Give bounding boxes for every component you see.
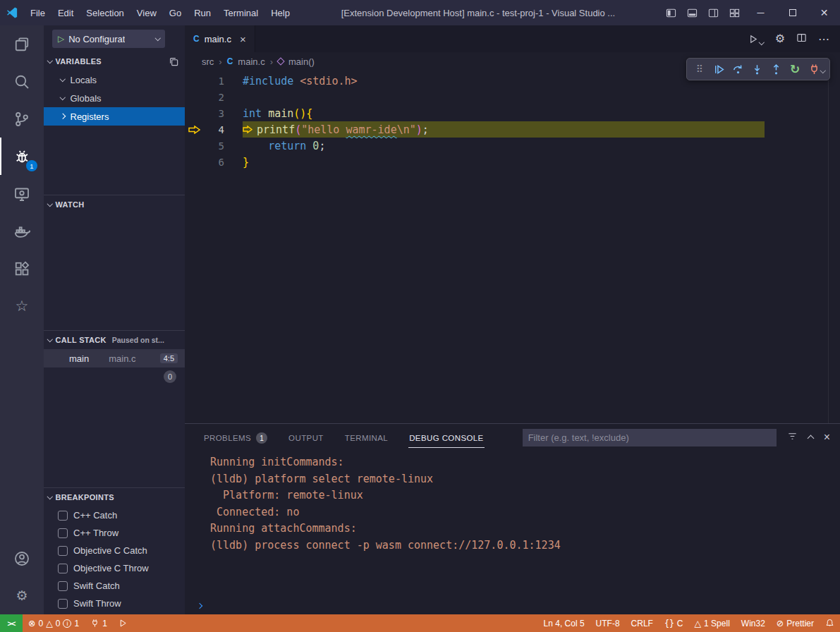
activity-source-control[interactable]: [0, 100, 44, 138]
toggle-sidebar-icon[interactable]: [660, 0, 681, 25]
breakpoint-checkbox[interactable]: [58, 546, 68, 556]
activity-remote-explorer[interactable]: [0, 175, 44, 212]
breadcrumb-file[interactable]: Cmain.c: [227, 56, 265, 67]
menu-file[interactable]: File: [24, 0, 51, 25]
maximize-panel-icon[interactable]: [807, 435, 814, 442]
breakpoint-item[interactable]: Objective C Catch: [44, 542, 185, 559]
debug-current-line-icon[interactable]: [185, 126, 203, 134]
close-panel-icon[interactable]: ×: [824, 431, 830, 444]
panel-tab-output[interactable]: OUTPUT: [288, 427, 324, 448]
debug-status-indicator[interactable]: [113, 614, 133, 632]
code-editor[interactable]: 1#include <stdio.h>23int main(){4printf(…: [185, 71, 840, 423]
customize-layout-icon[interactable]: [724, 0, 745, 25]
toggle-secondary-sidebar-icon[interactable]: [702, 0, 724, 25]
settings-gear-icon[interactable]: ⚙: [0, 577, 44, 614]
breakpoint-item[interactable]: Swift Catch: [44, 577, 185, 595]
minimize-button[interactable]: ─: [745, 0, 777, 25]
debug-console-output[interactable]: Running initCommands:(lldb) platform sel…: [185, 451, 840, 597]
ports-indicator[interactable]: 1: [85, 614, 113, 632]
call-stack-header[interactable]: CALL STACK Paused on st...: [44, 331, 185, 349]
language-mode[interactable]: {} C: [659, 614, 689, 632]
account-icon[interactable]: [0, 540, 44, 577]
breakpoint-item[interactable]: C++ Catch: [44, 506, 185, 524]
step-into-button[interactable]: [748, 59, 767, 79]
more-actions-icon[interactable]: ⋯: [818, 32, 830, 46]
code-line-2[interactable]: 2: [185, 89, 840, 105]
activity-extensions[interactable]: [0, 250, 44, 287]
variables-header[interactable]: VARIABLES: [44, 52, 185, 71]
menu-selection[interactable]: Selection: [80, 0, 130, 25]
code-token: [293, 75, 300, 87]
watch-header[interactable]: WATCH: [44, 195, 185, 214]
breakpoints-header[interactable]: BREAKPOINTS: [44, 488, 185, 506]
collapse-all-icon[interactable]: [169, 56, 179, 67]
activity-docker[interactable]: [0, 212, 44, 250]
breadcrumb-src[interactable]: src: [202, 56, 214, 67]
code-token: [262, 107, 268, 120]
encoding-indicator[interactable]: UTF-8: [590, 614, 626, 632]
editor-settings-icon[interactable]: ⚙: [775, 33, 785, 44]
panel-tab-debug-console[interactable]: DEBUG CONSOLE: [408, 427, 485, 448]
warning-icon: △: [46, 618, 53, 628]
menu-run[interactable]: Run: [188, 0, 217, 25]
platform-indicator[interactable]: Win32: [736, 614, 771, 632]
inline-breakpoint-icon[interactable]: [243, 126, 252, 133]
menu-view[interactable]: View: [130, 0, 163, 25]
notifications-bell[interactable]: [820, 614, 840, 632]
menu-terminal[interactable]: Terminal: [217, 0, 264, 25]
step-over-button[interactable]: [729, 59, 748, 79]
toggle-panel-icon[interactable]: [681, 0, 702, 25]
breakpoint-checkbox[interactable]: [58, 528, 68, 538]
code-token: [306, 140, 312, 152]
continue-button[interactable]: [710, 59, 729, 79]
formatter-indicator[interactable]: ⊘ Prettier: [771, 614, 820, 632]
restart-button[interactable]: ↻: [786, 59, 805, 79]
remote-indicator[interactable]: ><: [0, 614, 23, 632]
activity-favorites[interactable]: ☆: [0, 287, 44, 324]
close-button[interactable]: ✕: [808, 0, 840, 25]
code-line-4[interactable]: 4printf("hello wamr-ide\n");: [185, 121, 840, 138]
filter-icon[interactable]: [787, 431, 798, 444]
run-or-debug-icon[interactable]: [748, 34, 764, 44]
panel-tab-problems[interactable]: PROBLEMS1: [203, 425, 268, 449]
breakpoint-checkbox[interactable]: [58, 581, 68, 591]
chevron-down-icon: [60, 76, 66, 82]
code-line-5[interactable]: 5 return 0;: [185, 138, 840, 154]
menu-edit[interactable]: Edit: [51, 0, 80, 25]
chevron-down-icon[interactable]: [821, 64, 825, 75]
tab-close-icon[interactable]: ×: [240, 33, 246, 45]
breakpoint-item[interactable]: C++ Throw: [44, 524, 185, 542]
eol-indicator[interactable]: CRLF: [626, 614, 659, 632]
code-token: return: [268, 140, 306, 152]
maximize-button[interactable]: [777, 0, 808, 25]
split-editor-icon[interactable]: [796, 32, 807, 45]
variables-section: VARIABLES LocalsGlobalsRegisters: [44, 52, 185, 195]
panel-tab-terminal[interactable]: TERMINAL: [344, 427, 389, 448]
menu-go[interactable]: Go: [163, 0, 188, 25]
stack-frame-row[interactable]: main main.c 4:5: [44, 349, 185, 367]
console-input-row[interactable]: [185, 597, 840, 614]
menu-help[interactable]: Help: [264, 0, 296, 25]
breakpoint-item[interactable]: Objective C Throw: [44, 559, 185, 577]
problems-indicator[interactable]: ⊗0 △0 i1: [23, 614, 85, 632]
spell-checker-status[interactable]: △ 1 Spell: [688, 614, 735, 632]
variables-item-globals[interactable]: Globals: [44, 89, 185, 107]
tab-main-c[interactable]: C main.c ×: [185, 25, 255, 52]
breakpoint-checkbox[interactable]: [58, 511, 68, 521]
step-out-button[interactable]: [767, 59, 786, 79]
drag-handle[interactable]: ⠿: [690, 59, 710, 79]
breakpoint-checkbox[interactable]: [58, 599, 68, 609]
breakpoint-checkbox[interactable]: [58, 564, 68, 573]
variables-item-registers[interactable]: Registers: [44, 107, 185, 126]
debug-config-dropdown[interactable]: ▷ No Configurat: [52, 30, 165, 48]
activity-run-debug[interactable]: 1: [0, 138, 44, 175]
code-line-3[interactable]: 3int main(){: [185, 105, 840, 121]
activity-explorer[interactable]: [0, 25, 44, 63]
breadcrumb-symbol[interactable]: main(): [278, 56, 315, 67]
breakpoint-item[interactable]: Swift Throw: [44, 595, 185, 612]
code-line-6[interactable]: 6}: [185, 154, 840, 170]
activity-search[interactable]: [0, 63, 44, 100]
variables-item-locals[interactable]: Locals: [44, 71, 185, 89]
debug-filter-input[interactable]: [523, 429, 777, 446]
cursor-position[interactable]: Ln 4, Col 5: [538, 614, 590, 632]
